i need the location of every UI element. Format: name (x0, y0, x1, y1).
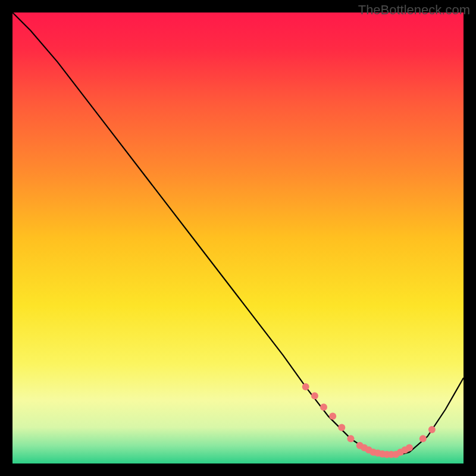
highlight-dot (320, 403, 327, 411)
highlight-dot (428, 426, 436, 433)
chart-frame (12, 12, 464, 464)
highlight-dot (338, 424, 345, 431)
highlight-dot (347, 435, 355, 442)
highlight-dot (302, 383, 309, 390)
watermark-text: TheBottleneck.com (358, 2, 470, 18)
bottleneck-curve (12, 12, 464, 455)
highlight-dot (311, 392, 318, 399)
highlight-dot (406, 444, 413, 452)
highlight-dot (329, 412, 336, 419)
chart-curve-layer (12, 12, 464, 464)
highlight-dot (419, 435, 427, 442)
